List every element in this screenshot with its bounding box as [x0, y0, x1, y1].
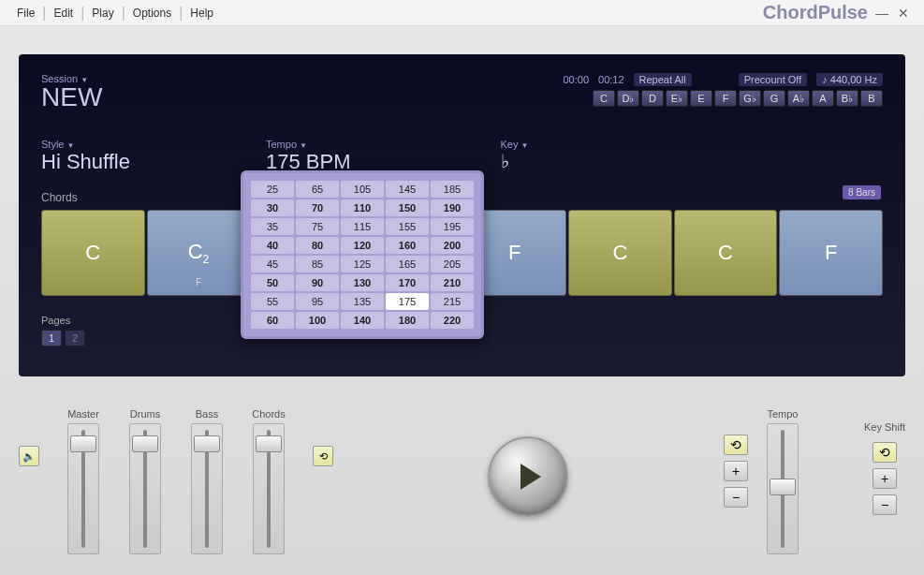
tempo-label[interactable]: Tempo ▼ [266, 139, 351, 150]
menu-play[interactable]: Play [84, 3, 121, 23]
tempo-option-155[interactable]: 155 [386, 218, 429, 235]
tempo-option-195[interactable]: 195 [431, 218, 474, 235]
app-brand: ChordPulse [763, 2, 868, 23]
tempo-option-25[interactable]: 25 [251, 181, 294, 198]
page-button-1[interactable]: 1 [41, 330, 62, 346]
tempo-option-100[interactable]: 100 [296, 312, 339, 329]
tempo-option-180[interactable]: 180 [386, 312, 429, 329]
key-button-row: CD♭DE♭EFG♭GA♭AB♭B [593, 90, 883, 107]
chord-slot-0[interactable]: C [41, 210, 145, 296]
repeat-mode[interactable]: Repeat All [634, 73, 692, 86]
key-button-Eb[interactable]: E♭ [666, 90, 688, 107]
key-button-G[interactable]: G [763, 90, 785, 107]
tempo-option-185[interactable]: 185 [431, 181, 474, 198]
keyshift-label: Key Shift [864, 421, 905, 433]
tempo-option-130[interactable]: 130 [341, 274, 384, 291]
tempo-minus-button[interactable]: − [724, 487, 748, 508]
tempo-option-90[interactable]: 90 [296, 274, 339, 291]
fader-label-chords: Chords [252, 408, 285, 420]
tempo-popup: 2565105145185307011015019035751151551954… [241, 170, 484, 339]
tempo-option-45[interactable]: 45 [251, 256, 294, 273]
menu-help[interactable]: Help [183, 3, 221, 23]
mute-button[interactable]: 🔈 [19, 446, 39, 466]
transport-pos: 00:00 [564, 74, 590, 85]
tempo-option-170[interactable]: 170 [386, 274, 429, 291]
tuning[interactable]: ♪ 440,00 Hz [816, 73, 883, 86]
key-button-C[interactable]: C [593, 90, 615, 107]
tempo-option-165[interactable]: 165 [386, 256, 429, 273]
session-title: NEW [41, 84, 102, 111]
fader-chords[interactable] [253, 423, 285, 554]
tempo-option-215[interactable]: 215 [431, 293, 474, 310]
tempo-option-85[interactable]: 85 [296, 256, 339, 273]
key-button-Db[interactable]: D♭ [617, 90, 639, 107]
key-label[interactable]: Key ▼ [501, 139, 529, 150]
style-value: Hi Shuffle [41, 150, 228, 174]
fader-drums[interactable] [129, 423, 161, 554]
tempo-option-50[interactable]: 50 [251, 274, 294, 291]
tempo-option-35[interactable]: 35 [251, 218, 294, 235]
tempo-option-40[interactable]: 40 [251, 237, 294, 254]
tempo-option-200[interactable]: 200 [431, 237, 474, 254]
key-value: ♭ [501, 150, 529, 172]
bars-chip[interactable]: 8 Bars [843, 185, 881, 199]
tempo-option-220[interactable]: 220 [431, 312, 474, 329]
key-button-Bb[interactable]: B♭ [836, 90, 858, 107]
key-button-Gb[interactable]: G♭ [739, 90, 761, 107]
fader-label-master: Master [67, 408, 99, 420]
chord-slot-5[interactable]: C [568, 210, 672, 296]
key-button-F[interactable]: F [714, 90, 737, 107]
tempo-option-145[interactable]: 145 [386, 181, 429, 198]
keyshift-plus-button[interactable]: + [873, 468, 897, 489]
tempo-option-95[interactable]: 95 [296, 293, 339, 310]
chord-slot-7[interactable]: F [779, 210, 883, 296]
key-button-A[interactable]: A [812, 90, 834, 107]
key-button-B[interactable]: B [860, 90, 883, 107]
tempo-option-60[interactable]: 60 [251, 312, 294, 329]
menu-edit[interactable]: Edit [47, 3, 81, 23]
tempo-option-55[interactable]: 55 [251, 293, 294, 310]
key-button-D[interactable]: D [641, 90, 664, 107]
tempo-plus-button[interactable]: + [724, 461, 748, 481]
page-button-2[interactable]: 2 [65, 330, 85, 346]
tempo-option-80[interactable]: 80 [296, 237, 339, 254]
chord-slot-6[interactable]: C [674, 210, 778, 296]
tempo-option-70[interactable]: 70 [296, 199, 339, 216]
tempo-option-205[interactable]: 205 [431, 256, 474, 273]
menu-file[interactable]: File [9, 3, 42, 23]
key-button-E[interactable]: E [690, 90, 712, 107]
precount-mode[interactable]: Precount Off [739, 73, 808, 86]
minimize-icon[interactable]: — [875, 6, 888, 21]
tempo-option-135[interactable]: 135 [341, 293, 384, 310]
tempo-option-120[interactable]: 120 [341, 237, 384, 254]
fader-master[interactable] [67, 423, 99, 554]
key-button-Ab[interactable]: A♭ [787, 90, 810, 107]
tempo-reset-button[interactable]: ⟲ [724, 435, 748, 455]
tempo-option-75[interactable]: 75 [296, 218, 339, 235]
fader-bass[interactable] [191, 423, 223, 554]
tempo-option-125[interactable]: 125 [341, 256, 384, 273]
keyshift-reset-button[interactable]: ⟲ [873, 442, 897, 463]
mixer-panel: 🔈 MasterDrumsBassChords ⟲ ⟲ + − Tempo Ke… [0, 397, 924, 575]
tempo-option-105[interactable]: 105 [341, 181, 384, 198]
tempo-option-30[interactable]: 30 [251, 199, 294, 216]
tempo-option-110[interactable]: 110 [341, 199, 384, 216]
play-button[interactable] [488, 436, 568, 517]
tempo-option-190[interactable]: 190 [431, 199, 474, 216]
tempo-option-160[interactable]: 160 [386, 237, 429, 254]
close-icon[interactable]: ✕ [898, 6, 909, 21]
tempo-option-140[interactable]: 140 [341, 312, 384, 329]
fader-label-drums: Drums [130, 408, 160, 420]
tempo-fader[interactable] [767, 423, 799, 554]
solo-button[interactable]: ⟲ [313, 446, 333, 466]
tempo-option-210[interactable]: 210 [431, 274, 474, 291]
play-icon [521, 464, 541, 490]
keyshift-minus-button[interactable]: − [873, 494, 897, 515]
style-label[interactable]: Style ▼ [41, 139, 228, 150]
tempo-option-150[interactable]: 150 [386, 199, 429, 216]
menu-options[interactable]: Options [125, 3, 179, 23]
tempo-option-175[interactable]: 175 [386, 293, 429, 310]
chord-slot-1[interactable]: C2F [147, 210, 251, 296]
tempo-option-115[interactable]: 115 [341, 218, 384, 235]
tempo-option-65[interactable]: 65 [296, 181, 339, 198]
